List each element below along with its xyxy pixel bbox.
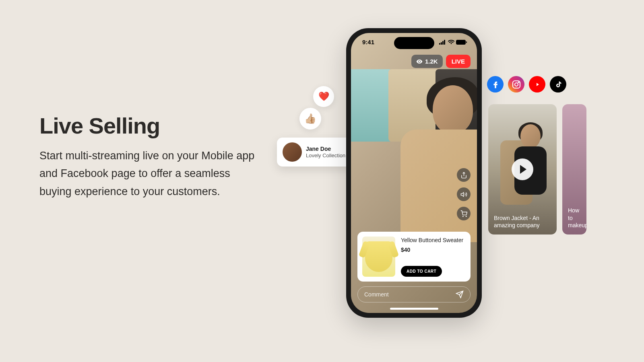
speaker-icon (460, 191, 467, 198)
stream-badges: 1.2K LIVE (411, 55, 471, 68)
eye-icon (416, 58, 423, 65)
status-icons (439, 39, 466, 45)
product-card: Yellow Buttoned Sweater $40 ADD TO CART (357, 232, 471, 282)
battery-icon (456, 40, 466, 45)
hero-description: Start multi-streaming live on your Mobil… (39, 147, 257, 200)
play-button[interactable] (512, 158, 533, 180)
hero-content: Live Selling Start multi-streaming live … (39, 113, 257, 200)
live-badge: LIVE (446, 55, 471, 68)
play-icon (520, 165, 526, 174)
side-actions (457, 168, 471, 220)
product-image (362, 237, 395, 277)
svg-point-0 (462, 216, 463, 216)
chat-avatar (283, 142, 302, 162)
video-cards-row: Brown Jacket - An amazing company How to… (488, 104, 586, 234)
cart-icon (460, 210, 467, 217)
cart-button[interactable] (457, 207, 471, 220)
svg-point-3 (515, 83, 518, 86)
svg-point-1 (466, 216, 466, 216)
phone-mockup: 9:41 1.2K LIVE (346, 28, 482, 318)
instagram-icon (508, 76, 524, 93)
share-icon (460, 172, 467, 179)
facebook-icon (487, 76, 504, 93)
video-title: How to makeup (568, 207, 581, 229)
phone-notch (394, 37, 434, 49)
hero-title: Live Selling (39, 113, 257, 139)
thumbsup-reaction-icon: 👍🏼 (299, 108, 321, 130)
video-card[interactable]: Brown Jacket - An amazing company (488, 104, 557, 234)
svg-point-4 (518, 82, 519, 82)
add-to-cart-button[interactable]: ADD TO CART (401, 266, 442, 277)
status-time: 9:41 (362, 39, 374, 45)
home-indicator (390, 308, 438, 310)
viewer-count: 1.2K (425, 58, 438, 65)
social-icons-row (487, 76, 566, 93)
phone-screen: 9:41 1.2K LIVE (351, 33, 477, 313)
product-name: Yellow Buttoned Sweater (401, 237, 466, 244)
wifi-icon (448, 40, 454, 45)
product-price: $40 (401, 247, 466, 253)
viewer-count-badge: 1.2K (411, 55, 443, 68)
comment-bar (357, 286, 471, 302)
heart-reaction-icon: ❤️ (313, 86, 334, 107)
audio-button[interactable] (457, 187, 471, 201)
signal-icon (439, 40, 446, 45)
video-card[interactable]: How to makeup (562, 104, 586, 234)
youtube-icon (529, 76, 545, 93)
video-title: Brown Jacket - An amazing company (494, 214, 551, 229)
send-icon[interactable] (456, 290, 464, 298)
share-button[interactable] (457, 168, 471, 182)
comment-input[interactable] (364, 291, 456, 298)
product-info: Yellow Buttoned Sweater $40 ADD TO CART (401, 237, 466, 277)
tiktok-icon (550, 76, 566, 93)
